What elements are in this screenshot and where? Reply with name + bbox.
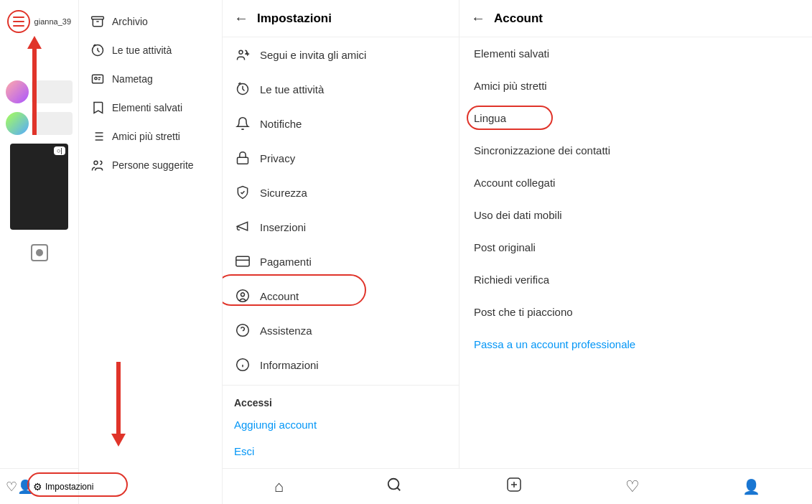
sidebar-label-persone: Persone suggerite [112, 159, 194, 171]
list-icon [90, 129, 105, 144]
right-item-account-collegati[interactable]: Account collegati [459, 167, 812, 199]
settings-item-inserzioni[interactable]: Inserzioni [223, 210, 459, 244]
right-panel-header: ← Account [459, 0, 812, 37]
nametag-icon [90, 72, 105, 86]
svg-line-26 [398, 487, 401, 490]
svg-rect-0 [92, 17, 104, 19]
impostazioni-item[interactable]: ⚙ Impostazioni [33, 481, 93, 493]
center-back-button[interactable]: ← [234, 10, 248, 27]
bottom-nav-bar: ⌂ ♡ 👤 [223, 468, 812, 504]
svg-point-20 [237, 325, 249, 337]
activity-icon-center [234, 80, 251, 98]
question-icon [234, 322, 251, 339]
panels-wrapper: ← Impostazioni Segui e invita gli amici … [223, 0, 812, 504]
right-item-uso-dati[interactable]: Uso dei dati mobili [459, 199, 812, 231]
settings-label-inserzioni: Inserzioni [260, 221, 306, 233]
aggiungi-account-link[interactable]: Aggiungi account [223, 411, 459, 438]
svg-point-3 [95, 78, 97, 80]
settings-item-account[interactable]: Account [223, 279, 459, 313]
settings-item-pagamenti[interactable]: Pagamenti [223, 244, 459, 279]
sidebar-label-archivio: Archivio [112, 16, 148, 27]
heart-icon-left[interactable]: ♡ [6, 479, 17, 495]
svg-point-19 [241, 293, 245, 297]
svg-point-18 [237, 290, 249, 302]
right-item-sincronizzazione[interactable]: Sincronizzazione dei contatti [459, 134, 812, 167]
bell-icon [234, 115, 251, 132]
accessi-label: Accessi [223, 388, 459, 411]
right-item-lingua[interactable]: Lingua [459, 102, 812, 134]
svg-rect-15 [238, 157, 248, 164]
settings-label-sicurezza: Sicurezza [260, 187, 307, 199]
arrow-down-indicator [111, 362, 126, 447]
left-bottom-bar: ♡ 👤 ⚙ Impostazioni [0, 468, 78, 504]
sidebar-item-amici[interactable]: Amici più stretti [79, 122, 222, 151]
settings-label-attivita: Le tue attività [260, 83, 324, 95]
person-circle-icon [234, 287, 251, 304]
left-panel: gianna_39 ○| ♡ 👤 ⚙ Imposta [0, 0, 79, 504]
right-item-richiedi-verifica[interactable]: Richiedi verifica [459, 263, 812, 296]
right-panel: ← Account Elementi salvati Amici più str… [459, 0, 812, 468]
settings-label-account: Account [260, 290, 299, 302]
sidebar-label-amici: Amici più stretti [112, 131, 180, 142]
hamburger-button[interactable] [7, 10, 30, 33]
settings-item-sicurezza[interactable]: Sicurezza [223, 175, 459, 210]
person-add-icon-center [234, 46, 251, 63]
settings-item-segui[interactable]: Segui e invita gli amici [223, 37, 459, 72]
camera-icon [31, 244, 48, 261]
settings-label-segui: Segui e invita gli amici [260, 49, 366, 61]
divider-accessi [223, 385, 459, 386]
right-back-button[interactable]: ← [471, 10, 485, 27]
person-add-icon-sidebar [90, 158, 105, 172]
heart-nav-icon[interactable]: ♡ [625, 477, 640, 496]
right-item-post-originali[interactable]: Post originali [459, 231, 812, 263]
sidebar-item-persone[interactable]: Persone suggerite [79, 151, 222, 179]
svg-point-10 [94, 161, 98, 164]
sidebar-label-attivita: Le tue attività [112, 45, 172, 56]
info-icon [234, 356, 251, 373]
lock-icon [234, 149, 251, 167]
profile-icon-left[interactable]: 👤 [17, 479, 33, 495]
settings-item-privacy[interactable]: Privacy [223, 141, 459, 175]
svg-point-25 [388, 479, 399, 490]
svg-rect-2 [93, 75, 103, 83]
shield-icon [234, 184, 251, 201]
arrow-up-indicator [27, 36, 42, 135]
settings-label-privacy: Privacy [260, 152, 295, 164]
settings-label-notifiche: Notifiche [260, 118, 302, 130]
settings-item-notifiche[interactable]: Notifiche [223, 106, 459, 141]
right-item-elementi-salvati[interactable]: Elementi salvati [459, 37, 812, 70]
center-panel-header: ← Impostazioni [223, 0, 459, 37]
sidebar-item-elementi[interactable]: Elementi salvati [79, 93, 222, 122]
right-item-post-piacciono[interactable]: Post che ti piacciono [459, 296, 812, 328]
esci-link[interactable]: Esci [223, 438, 459, 465]
archive-icon [90, 14, 105, 29]
sidebar-label-nametag: Nametag [112, 73, 153, 85]
username-label: gianna_39 [34, 17, 71, 26]
right-item-amici-stretti[interactable]: Amici più stretti [459, 70, 812, 102]
settings-label-informazioni: Informazioni [260, 359, 319, 371]
profile-nav-icon[interactable]: 👤 [742, 478, 760, 495]
right-item-passa-professionale[interactable]: Passa a un account professionale [459, 328, 812, 360]
sidebar-item-nametag[interactable]: Nametag [79, 65, 222, 93]
add-nav-icon[interactable] [505, 476, 523, 498]
search-nav-icon[interactable] [386, 477, 402, 496]
center-panel: ← Impostazioni Segui e invita gli amici … [223, 0, 459, 468]
sidebar-item-archivio[interactable]: Archivio [79, 7, 222, 36]
lingua-label: Lingua [474, 112, 506, 124]
activity-icon [90, 43, 105, 57]
megaphone-icon [234, 218, 251, 235]
card-icon [234, 253, 251, 270]
settings-item-assistenza[interactable]: Assistenza [223, 313, 459, 347]
settings-label-pagamenti: Pagamenti [260, 256, 312, 268]
svg-rect-16 [236, 256, 249, 266]
svg-point-11 [239, 50, 243, 54]
settings-item-attivita[interactable]: Le tue attività [223, 72, 459, 106]
sidebar-menu: Archivio Le tue attività Nametag Element… [79, 0, 223, 504]
settings-label-assistenza: Assistenza [260, 325, 312, 337]
home-nav-icon[interactable]: ⌂ [274, 477, 284, 496]
settings-item-informazioni[interactable]: Informazioni [223, 347, 459, 382]
bookmark-icon [90, 101, 105, 115]
sidebar-label-elementi: Elementi salvati [112, 102, 182, 113]
impostazioni-label: Impostazioni [45, 482, 93, 492]
sidebar-item-attivita[interactable]: Le tue attività [79, 36, 222, 65]
